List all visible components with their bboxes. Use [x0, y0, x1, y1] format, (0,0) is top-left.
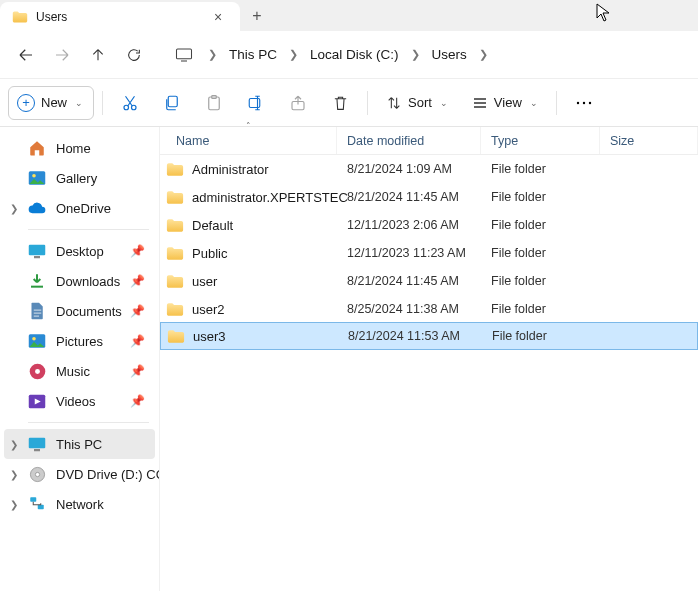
file-name: Default	[192, 218, 233, 233]
sidebar-item-thispc[interactable]: ❯This PC	[4, 429, 155, 459]
disc-icon	[28, 465, 46, 483]
home-icon	[28, 139, 46, 157]
file-date: 8/25/2024 11:38 AM	[337, 302, 481, 316]
file-type: File folder	[481, 218, 600, 232]
file-date: 8/21/2024 1:09 AM	[337, 162, 481, 176]
pin-icon: 📌	[130, 304, 145, 318]
sidebar-item-desktop[interactable]: Desktop📌	[4, 236, 155, 266]
sidebar-item-home[interactable]: Home	[4, 133, 155, 163]
pin-icon: 📌	[130, 334, 145, 348]
column-size[interactable]: Size	[600, 127, 698, 154]
pictures-icon	[28, 332, 46, 350]
svg-rect-0	[177, 49, 192, 59]
rename-button[interactable]	[237, 86, 275, 120]
downloads-icon	[28, 272, 46, 290]
sort-icon	[386, 95, 402, 111]
sidebar-item-downloads[interactable]: Downloads📌	[4, 266, 155, 296]
sort-label: Sort	[408, 95, 432, 110]
column-name[interactable]: ˄Name	[160, 127, 337, 154]
pc-icon[interactable]	[166, 37, 202, 73]
file-row[interactable]: user28/25/2024 11:38 AMFile folder	[160, 295, 698, 323]
view-icon	[472, 96, 488, 110]
file-date: 12/11/2023 2:06 AM	[337, 218, 481, 232]
folder-icon	[167, 329, 185, 344]
folder-icon	[166, 274, 184, 289]
navigation-pane: Home Gallery ❯OneDrive Desktop📌 Download…	[0, 127, 160, 591]
cloud-icon	[28, 199, 46, 217]
refresh-button[interactable]	[116, 37, 152, 73]
file-type: File folder	[481, 302, 600, 316]
address-bar: ❯ This PC ❯ Local Disk (C:) ❯ Users ❯	[0, 31, 698, 79]
folder-icon	[166, 162, 184, 177]
forward-button[interactable]	[44, 37, 80, 73]
sidebar-item-documents[interactable]: Documents📌	[4, 296, 155, 326]
copy-button[interactable]	[153, 86, 191, 120]
plus-circle-icon: +	[17, 94, 35, 112]
pin-icon: 📌	[130, 274, 145, 288]
sidebar-item-gallery[interactable]: Gallery	[4, 163, 155, 193]
sidebar-item-pictures[interactable]: Pictures📌	[4, 326, 155, 356]
chevron-right-icon: ❯	[202, 48, 223, 61]
file-row[interactable]: Administrator8/21/2024 1:09 AMFile folde…	[160, 155, 698, 183]
tab-title: Users	[36, 10, 206, 24]
new-button[interactable]: + New ⌄	[8, 86, 94, 120]
gallery-icon	[28, 169, 46, 187]
breadcrumb-drive[interactable]: Local Disk (C:)	[304, 43, 405, 66]
breadcrumb-folder[interactable]: Users	[426, 43, 473, 66]
cut-button[interactable]	[111, 86, 149, 120]
folder-icon	[166, 190, 184, 205]
titlebar: Users × +	[0, 0, 698, 31]
back-button[interactable]	[8, 37, 44, 73]
file-row[interactable]: user38/21/2024 11:53 AMFile folder	[160, 322, 698, 350]
file-row[interactable]: Public12/11/2023 11:23 AMFile folder	[160, 239, 698, 267]
new-label: New	[41, 95, 67, 110]
more-button[interactable]	[565, 86, 603, 120]
sort-asc-icon: ˄	[246, 121, 251, 131]
file-row[interactable]: Default12/11/2023 2:06 AMFile folder	[160, 211, 698, 239]
new-tab-button[interactable]: +	[240, 0, 274, 31]
sidebar-item-onedrive[interactable]: ❯OneDrive	[4, 193, 155, 223]
folder-icon	[166, 302, 184, 317]
music-icon	[28, 362, 46, 380]
pin-icon: 📌	[130, 244, 145, 258]
svg-point-8	[577, 101, 579, 103]
sidebar-item-music[interactable]: Music📌	[4, 356, 155, 386]
sidebar-item-videos[interactable]: Videos📌	[4, 386, 155, 416]
file-name: user3	[193, 329, 226, 344]
sidebar-item-network[interactable]: ❯Network	[4, 489, 155, 519]
svg-rect-14	[34, 256, 40, 258]
file-name: user2	[192, 302, 225, 317]
chevron-right-icon: ❯	[10, 469, 18, 480]
view-label: View	[494, 95, 522, 110]
sidebar-label: Videos	[56, 394, 96, 409]
sort-button[interactable]: Sort ⌄	[376, 86, 458, 120]
pc-icon	[28, 435, 46, 453]
sidebar-item-dvd[interactable]: ❯DVD Drive (D:) CCC	[4, 459, 155, 489]
close-tab-button[interactable]: ×	[206, 9, 230, 25]
up-button[interactable]	[80, 37, 116, 73]
chevron-right-icon: ❯	[283, 48, 304, 61]
file-row[interactable]: administrator.XPERTSTEC8/21/2024 11:45 A…	[160, 183, 698, 211]
share-button[interactable]	[279, 86, 317, 120]
browser-tab[interactable]: Users ×	[0, 2, 240, 31]
breadcrumb-thispc[interactable]: This PC	[223, 43, 283, 66]
chevron-right-icon: ❯	[405, 48, 426, 61]
delete-button[interactable]	[321, 86, 359, 120]
view-button[interactable]: View ⌄	[462, 86, 548, 120]
column-date[interactable]: Date modified	[337, 127, 481, 154]
folder-icon	[12, 10, 28, 24]
column-type[interactable]: Type	[481, 127, 600, 154]
videos-icon	[28, 392, 46, 410]
toolbar: + New ⌄ Sort ⌄ View ⌄	[0, 79, 698, 127]
pin-icon: 📌	[130, 394, 145, 408]
file-row[interactable]: user8/21/2024 11:45 AMFile folder	[160, 267, 698, 295]
chevron-right-icon: ❯	[10, 499, 18, 510]
chevron-down-icon: ⌄	[440, 98, 448, 108]
chevron-right-icon: ❯	[10, 439, 18, 450]
network-icon	[28, 495, 46, 513]
sidebar-label: This PC	[56, 437, 102, 452]
paste-button[interactable]	[195, 86, 233, 120]
file-type: File folder	[481, 274, 600, 288]
svg-point-10	[589, 101, 591, 103]
chevron-down-icon: ⌄	[530, 98, 538, 108]
